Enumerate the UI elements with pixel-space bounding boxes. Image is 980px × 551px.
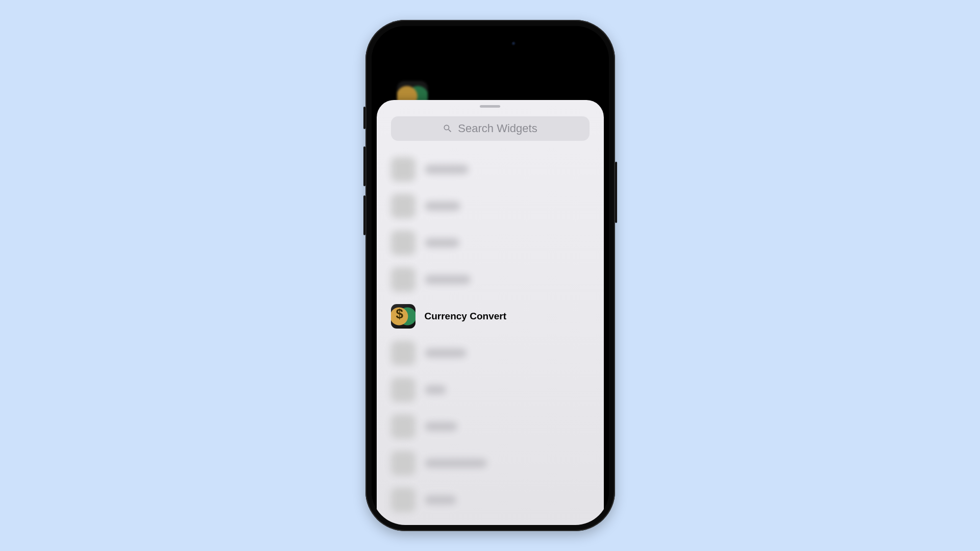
volume-down-button	[363, 195, 365, 235]
widget-app-row-blurred[interactable]	[377, 482, 604, 518]
app-icon	[391, 267, 415, 292]
dynamic-island	[458, 35, 522, 53]
app-label-redacted	[425, 459, 487, 468]
app-label-redacted	[425, 348, 467, 358]
app-icon	[391, 488, 415, 512]
volume-up-button	[363, 146, 365, 186]
front-camera-icon	[511, 41, 517, 46]
widget-app-row-blurred[interactable]	[377, 261, 604, 298]
phone-screen: Search Widgets Currency Convert	[372, 26, 609, 525]
app-label-redacted	[425, 495, 456, 505]
widget-app-list[interactable]: Currency Convert	[377, 147, 604, 525]
app-icon	[391, 378, 415, 402]
widget-app-row-blurred[interactable]	[377, 151, 604, 188]
app-label-redacted	[425, 422, 457, 431]
app-label-redacted	[425, 202, 460, 211]
widget-app-row-blurred[interactable]	[377, 224, 604, 261]
app-icon	[391, 341, 415, 365]
widget-app-row-currency-convert[interactable]: Currency Convert	[377, 298, 604, 335]
power-button	[615, 162, 617, 223]
app-icon	[391, 451, 415, 475]
widget-app-row-blurred[interactable]	[377, 445, 604, 482]
widget-app-row-blurred[interactable]	[377, 371, 604, 408]
widget-app-row-blurred[interactable]	[377, 335, 604, 371]
widget-app-row-blurred[interactable]	[377, 408, 604, 445]
app-icon	[391, 157, 415, 182]
phone-frame: Search Widgets Currency Convert	[365, 20, 615, 531]
currency-convert-app-icon	[391, 304, 415, 329]
app-label-redacted	[425, 238, 459, 247]
app-label: Currency Convert	[425, 311, 507, 322]
app-icon	[391, 231, 415, 255]
app-label-redacted	[425, 275, 471, 284]
app-icon	[391, 414, 415, 439]
app-icon	[391, 194, 415, 218]
sheet-grabber[interactable]	[480, 105, 500, 108]
widget-gallery-sheet[interactable]: Search Widgets Currency Convert	[377, 100, 604, 525]
silent-switch	[363, 107, 365, 129]
search-placeholder: Search Widgets	[458, 122, 537, 135]
search-widgets-field[interactable]: Search Widgets	[391, 116, 590, 141]
app-label-redacted	[425, 165, 469, 174]
app-label-redacted	[425, 385, 446, 394]
widget-app-row-blurred[interactable]	[377, 188, 604, 224]
search-icon	[443, 123, 453, 134]
